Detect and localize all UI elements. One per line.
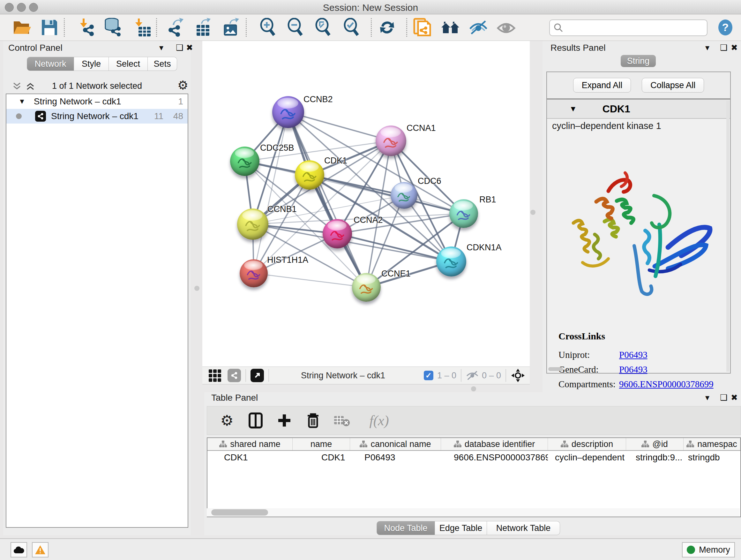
network-row[interactable]: String Network – cdk1 11 48	[6, 109, 188, 124]
collapse-all-button[interactable]: Collapse All	[642, 78, 704, 92]
import-network-from-database-button[interactable]	[103, 17, 123, 37]
table-cell[interactable]: 9606.ENSP00000378699	[441, 452, 548, 462]
bottom-splitter-handle[interactable]	[471, 386, 476, 391]
column-header-namespac[interactable]: namespac	[684, 438, 740, 450]
fit-selected-crosshair-icon[interactable]	[511, 368, 525, 383]
table-cell[interactable]: P06493	[350, 452, 441, 462]
tab-network[interactable]: Network	[27, 57, 74, 71]
open-session-button[interactable]	[12, 17, 31, 37]
panel-undock-icon[interactable]: ❑	[720, 43, 727, 53]
tab-network-table[interactable]: Network Table	[487, 521, 560, 535]
tab-node-table[interactable]: Node Table	[377, 521, 435, 535]
panel-close-icon[interactable]: ✖	[186, 43, 193, 53]
network-node-RB1[interactable]	[449, 199, 478, 228]
zoom-fit-icon	[314, 18, 332, 37]
zoom-selected-button[interactable]	[342, 17, 361, 37]
network-node-CDKN1A[interactable]	[436, 246, 466, 276]
show-all-button[interactable]	[496, 17, 516, 37]
table-options-gear-icon[interactable]: ⚙	[218, 412, 236, 429]
network-node-CCNA1[interactable]	[376, 125, 406, 156]
hide-selected-button[interactable]	[468, 17, 488, 37]
protein-card-header[interactable]: ▼ CDK1	[547, 100, 730, 119]
network-view-canvas[interactable]: CCNB2 CCNA1 CDC25B CDK1 CDC6 RB1 CCNB1 C…	[202, 41, 530, 367]
table-hscrollbar[interactable]	[207, 508, 740, 516]
search-input[interactable]	[566, 23, 707, 33]
tab-edge-table[interactable]: Edge Table	[435, 521, 487, 535]
expand-all-button[interactable]: Expand All	[573, 78, 631, 92]
network-node-CCNB2[interactable]	[272, 96, 304, 128]
column-header-shared-name[interactable]: shared name	[207, 438, 293, 450]
network-node-CCNB1[interactable]	[237, 208, 268, 240]
network-node-CCNA2[interactable]	[323, 219, 352, 248]
delete-table-icon[interactable]	[333, 412, 351, 429]
network-options-gear-icon[interactable]: ⚙	[178, 79, 188, 91]
save-session-button[interactable]	[40, 17, 59, 37]
warnings-button[interactable]	[32, 542, 49, 557]
tab-string[interactable]: String	[621, 55, 656, 67]
table-cell[interactable]: stringdb:9...	[626, 452, 684, 462]
automation-cloud-button[interactable]	[10, 542, 27, 557]
column-header-database-identifier[interactable]: database identifier	[441, 438, 548, 450]
zoom-in-button[interactable]	[258, 17, 278, 37]
column-header-description[interactable]: description	[548, 438, 626, 450]
column-header--id[interactable]: @id	[626, 438, 684, 450]
collapse-section-icon[interactable]: ▼	[569, 105, 577, 113]
zoom-fit-button[interactable]	[313, 17, 333, 37]
tab-sets[interactable]: Sets	[148, 57, 177, 71]
export-network-button[interactable]	[165, 17, 185, 37]
memory-button[interactable]: Memory	[682, 542, 735, 557]
crosslink-link[interactable]: P06493	[619, 364, 648, 375]
table-hscroll-thumb[interactable]	[211, 509, 268, 516]
table-cell[interactable]: cyclin–dependent ...	[548, 452, 626, 462]
add-column-icon[interactable]	[275, 412, 293, 429]
column-header-name[interactable]: name	[293, 438, 350, 450]
help-button[interactable]: ?	[716, 17, 735, 37]
panel-float-icon[interactable]: ▾	[705, 43, 710, 53]
table-cell[interactable]: CDK1	[293, 452, 350, 462]
right-splitter-handle[interactable]	[530, 210, 536, 215]
export-image-button[interactable]	[221, 17, 241, 37]
panel-undock-icon[interactable]: ❑	[720, 393, 727, 402]
panel-undock-icon[interactable]: ❑	[176, 43, 183, 53]
clone-view-icon	[413, 17, 431, 37]
open-in-browser-icon[interactable]	[251, 369, 264, 382]
crosslink-link[interactable]: 9606.ENSP00000378699	[619, 379, 714, 389]
network-collection-row[interactable]: ▼ String Network – cdk1 1	[6, 94, 188, 109]
network-node-CDC6[interactable]	[391, 182, 417, 209]
selected-count-checkbox-icon[interactable]: ✓	[424, 371, 433, 380]
zoom-out-button[interactable]	[286, 17, 306, 37]
table-cell[interactable]: CDK1	[207, 452, 293, 462]
home-view-button[interactable]	[441, 17, 461, 37]
toolbar-separator	[406, 18, 407, 37]
left-splitter-handle[interactable]	[194, 286, 199, 291]
network-node-CCNE1[interactable]	[352, 273, 381, 302]
import-table-button[interactable]	[132, 17, 152, 37]
network-node-CDK1[interactable]	[295, 160, 324, 190]
collection-expand-icon[interactable]: ▼	[18, 98, 25, 106]
tab-select[interactable]: Select	[109, 57, 148, 71]
clone-network-view-button[interactable]	[412, 17, 432, 37]
birdseye-grid-icon[interactable]	[209, 369, 221, 382]
delete-column-icon[interactable]	[304, 412, 322, 429]
panel-close-icon[interactable]: ✖	[731, 393, 738, 402]
panel-float-icon[interactable]: ▾	[705, 393, 710, 402]
import-network-button[interactable]	[76, 17, 96, 37]
string-badge-icon[interactable]	[227, 369, 241, 382]
crosslink-link[interactable]: P06493	[619, 350, 648, 360]
function-builder-button[interactable]: f(x)	[361, 412, 397, 429]
network-node-CDC25B[interactable]	[230, 146, 259, 176]
hidden-eye-slash-icon[interactable]	[466, 370, 479, 381]
panel-float-icon[interactable]: ▾	[159, 43, 163, 53]
tab-style[interactable]: Style	[74, 57, 109, 71]
search-box[interactable]	[549, 19, 708, 36]
results-panel: Results Panel ▾ ❑ ✖ String Expand All Co…	[542, 41, 741, 392]
refresh-layout-button[interactable]	[377, 17, 397, 37]
table-cell[interactable]: stringdb	[684, 452, 740, 462]
card-hscroll-thumb[interactable]	[548, 367, 563, 371]
column-header-canonical-name[interactable]: canonical name	[350, 438, 441, 450]
panel-close-icon[interactable]: ✖	[731, 43, 738, 53]
export-table-button[interactable]	[193, 17, 213, 37]
show-columns-icon[interactable]	[247, 412, 265, 429]
card-vscroll-track[interactable]	[726, 101, 730, 372]
network-node-HIST1H1A[interactable]	[240, 259, 268, 287]
